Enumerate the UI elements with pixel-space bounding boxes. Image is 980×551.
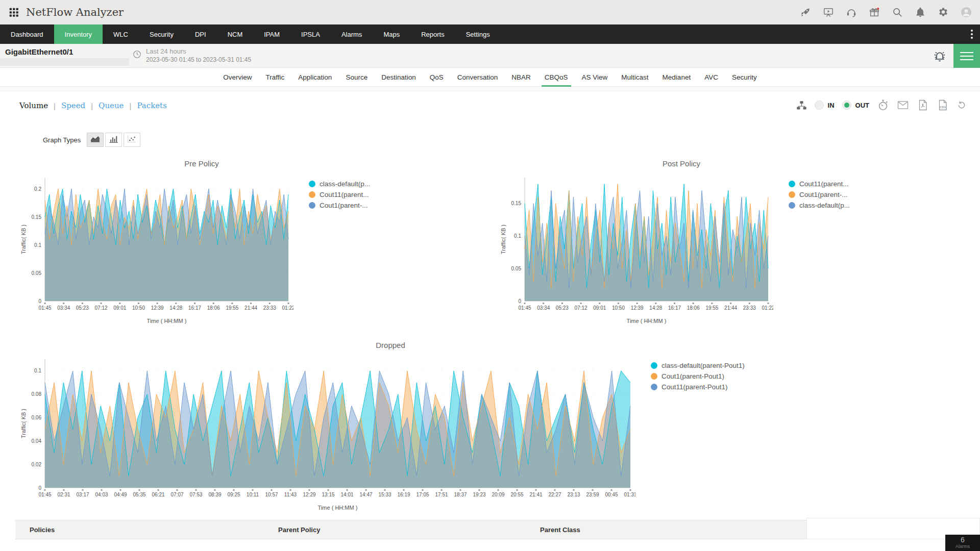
- column-header-policies[interactable]: Policies: [15, 526, 278, 534]
- interface-name[interactable]: GigabitEthernet0/1: [5, 47, 73, 56]
- area-chart-icon[interactable]: [87, 133, 104, 147]
- tab-conversation[interactable]: Conversation: [454, 68, 501, 86]
- tab-cbqos[interactable]: CBQoS: [542, 68, 571, 86]
- svg-text:20:09: 20:09: [492, 492, 504, 497]
- direction-radio-out[interactable]: [842, 101, 851, 110]
- column-header-parent-policy[interactable]: Parent Policy: [278, 526, 540, 534]
- search-icon[interactable]: [892, 7, 903, 18]
- separator: |: [129, 102, 131, 110]
- legend-label: Cout1(parent-...: [799, 191, 848, 198]
- chart-plot[interactable]: 00.050.10.150.201:4503:3405:2307:1209:01…: [15, 172, 293, 328]
- nav-item-security[interactable]: Security: [139, 24, 184, 44]
- metric-tab-queue[interactable]: Queue: [99, 101, 124, 110]
- interface-select-placeholder[interactable]: [0, 58, 129, 66]
- nav-item-ncm[interactable]: NCM: [217, 24, 254, 44]
- tab-avc[interactable]: AVC: [701, 68, 721, 86]
- chart-legend: class-default(p...Cout11(parent...Cout1(…: [293, 172, 370, 328]
- nav-item-maps[interactable]: Maps: [373, 24, 410, 44]
- rocket-icon[interactable]: [800, 7, 811, 18]
- nav-item-inventory[interactable]: Inventory: [54, 24, 103, 44]
- legend-item[interactable]: Cout1(parent-Pout1): [651, 371, 745, 382]
- gear-icon[interactable]: [938, 7, 949, 18]
- gift-icon[interactable]: [869, 7, 880, 18]
- nav-item-alarms[interactable]: Alarms: [331, 24, 373, 44]
- tab-traffic[interactable]: Traffic: [263, 68, 288, 86]
- legend-item[interactable]: Cout11(parent...: [309, 189, 370, 200]
- nav-item-dashboard[interactable]: Dashboard: [0, 24, 54, 44]
- alarm-bell-icon[interactable]: [933, 49, 946, 63]
- sitemap-icon[interactable]: [796, 100, 807, 111]
- svg-text:21:41: 21:41: [529, 492, 542, 497]
- graph-types-label: Graph Types: [43, 136, 81, 144]
- dropped-chart: Dropped 00.020.040.060.080.101:4502:3103…: [15, 341, 766, 514]
- metric-tab-packets[interactable]: Packets: [137, 101, 166, 110]
- chart-plot[interactable]: 00.020.040.060.080.101:4502:3103:1704:03…: [15, 354, 635, 514]
- envelope-icon[interactable]: [897, 99, 909, 111]
- svg-text:09:01: 09:01: [113, 305, 126, 311]
- tab-security[interactable]: Security: [729, 68, 760, 86]
- metric-tab-speed[interactable]: Speed: [61, 101, 85, 110]
- tab-multicast[interactable]: Multicast: [618, 68, 651, 86]
- svg-text:10:11: 10:11: [247, 492, 259, 497]
- svg-text:14:28: 14:28: [649, 305, 662, 311]
- metric-tab-volume[interactable]: Volume: [19, 101, 48, 110]
- stopwatch-icon[interactable]: [877, 99, 889, 111]
- kebab-menu-icon[interactable]: [964, 24, 980, 44]
- chart-legend: class-default(parent-Pout1)Cout1(parent-…: [635, 354, 745, 514]
- svg-text:0.15: 0.15: [511, 201, 522, 206]
- tab-destination[interactable]: Destination: [378, 68, 419, 86]
- direction-radio-in[interactable]: [815, 101, 824, 110]
- legend-dot: [309, 191, 315, 198]
- pdf-export-icon[interactable]: [917, 99, 929, 111]
- top-bar: NetFlow Analyzer: [0, 0, 980, 24]
- legend-item[interactable]: class-default(p...: [309, 179, 370, 189]
- graph-types: Graph Types: [43, 133, 142, 147]
- svg-text:19:55: 19:55: [226, 305, 238, 311]
- reload-icon[interactable]: [957, 100, 967, 110]
- tab-overview[interactable]: Overview: [220, 68, 255, 86]
- nav-item-dpi[interactable]: DPI: [184, 24, 217, 44]
- nav-item-ipam[interactable]: IPAM: [253, 24, 290, 44]
- svg-text:Time ( HH:MM ): Time ( HH:MM ): [627, 318, 667, 324]
- presentation-icon[interactable]: [823, 7, 834, 18]
- csv-export-icon[interactable]: CSV: [937, 99, 949, 111]
- nav-item-wlc[interactable]: WLC: [103, 24, 139, 44]
- nav-item-ipsla[interactable]: IPSLA: [290, 24, 331, 44]
- tab-nbar[interactable]: NBAR: [508, 68, 534, 86]
- legend-item[interactable]: Cout11(parent-Pout1): [651, 382, 745, 392]
- legend-item[interactable]: class-default(p...: [789, 200, 850, 211]
- time-period[interactable]: Last 24 hours 2023-05-30 01:45 to 2023-0…: [133, 47, 251, 64]
- svg-text:07:12: 07:12: [95, 305, 108, 311]
- hamburger-menu-icon[interactable]: [953, 44, 980, 68]
- tab-qos[interactable]: QoS: [427, 68, 447, 86]
- user-avatar[interactable]: [961, 7, 972, 18]
- nav-item-reports[interactable]: Reports: [410, 24, 455, 44]
- tab-application[interactable]: Application: [295, 68, 335, 86]
- chart-plot[interactable]: 00.050.10.1501:4503:3405:2307:1209:0110:…: [495, 172, 773, 328]
- tab-source[interactable]: Source: [342, 68, 371, 86]
- tab-medianet[interactable]: Medianet: [659, 68, 694, 86]
- svg-text:0.05: 0.05: [511, 266, 522, 271]
- headset-icon[interactable]: [846, 7, 857, 18]
- svg-text:01:22: 01:22: [282, 305, 293, 311]
- legend-item[interactable]: Cout11(parent...: [789, 179, 850, 189]
- legend-dot: [789, 202, 795, 209]
- legend-item[interactable]: Cout1(parent-...: [309, 200, 370, 211]
- legend-item[interactable]: Cout1(parent-...: [789, 189, 850, 200]
- svg-text:15:33: 15:33: [378, 492, 391, 497]
- legend-dot: [651, 384, 657, 390]
- svg-text:07:07: 07:07: [170, 492, 183, 497]
- legend-item[interactable]: class-default(parent-Pout1): [651, 360, 745, 371]
- scatter-chart-icon[interactable]: [124, 133, 140, 147]
- svg-text:0.1: 0.1: [34, 368, 41, 373]
- chart-title: Pre Policy: [15, 159, 388, 170]
- bar-chart-icon[interactable]: [105, 133, 122, 147]
- svg-text:16:19: 16:19: [397, 492, 410, 497]
- bell-icon[interactable]: [915, 7, 926, 18]
- tab-as-view[interactable]: AS View: [579, 68, 611, 86]
- apps-grid-icon[interactable]: [8, 7, 19, 18]
- alarms-badge[interactable]: 6 Alarms: [945, 535, 980, 551]
- nav-item-settings[interactable]: Settings: [455, 24, 501, 44]
- chart-legend: Cout11(parent...Cout1(parent-...class-de…: [773, 172, 850, 328]
- svg-text:14:01: 14:01: [340, 492, 353, 497]
